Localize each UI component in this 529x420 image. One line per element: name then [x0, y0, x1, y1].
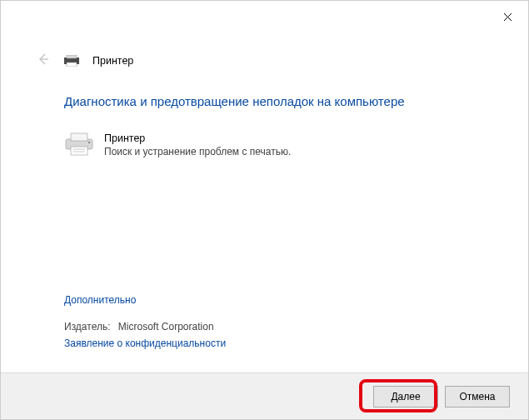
troubleshooter-item: Принтер Поиск и устранение проблем с печ…	[64, 132, 291, 158]
svg-rect-7	[71, 133, 87, 141]
svg-rect-8	[71, 147, 87, 155]
troubleshooter-window: Принтер Диагностика и предотвращение неп…	[0, 0, 529, 420]
cancel-button[interactable]: Отмена	[445, 386, 510, 408]
page-heading: Диагностика и предотвращение неполадок н…	[64, 94, 405, 108]
next-button[interactable]: Далее	[373, 386, 438, 408]
svg-point-11	[88, 142, 90, 143]
printer-icon	[64, 132, 94, 156]
svg-rect-4	[67, 55, 77, 58]
publisher-label: Издатель:	[64, 321, 111, 332]
troubleshooter-text: Принтер Поиск и устранение проблем с печ…	[104, 132, 291, 158]
privacy-link[interactable]: Заявление о конфиденциальности	[64, 338, 226, 349]
advanced-link[interactable]: Дополнительно	[64, 294, 136, 306]
svg-rect-5	[67, 62, 77, 67]
header-title: Принтер	[92, 55, 133, 67]
footer: Далее Отмена	[1, 372, 528, 419]
troubleshooter-title: Принтер	[104, 132, 291, 144]
publisher-row: Издатель: Microsoft Corporation	[64, 321, 214, 332]
close-button[interactable]	[488, 4, 527, 29]
header-row: Принтер	[34, 51, 133, 70]
close-icon	[503, 12, 512, 22]
titlebar	[1, 1, 528, 29]
publisher-value: Microsoft Corporation	[118, 321, 214, 332]
troubleshooter-description: Поиск и устранение проблем с печатью.	[104, 146, 291, 158]
printer-header-icon	[64, 55, 79, 67]
back-arrow-icon	[34, 51, 51, 70]
